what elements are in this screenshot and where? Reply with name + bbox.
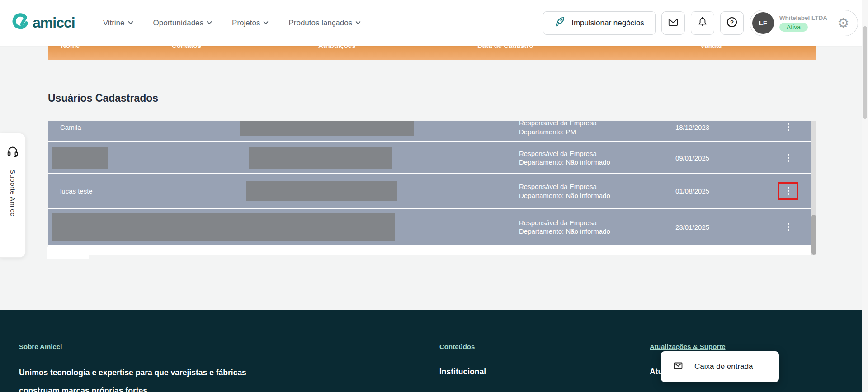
footer-heading-sobre[interactable]: Sobre Amicci (19, 343, 62, 350)
redacted-name-white (47, 247, 89, 259)
nav-item-vitrine[interactable]: Vitrine (103, 19, 132, 28)
redacted-name (52, 147, 108, 169)
footer-tagline-line2: construam marcas próprias fortes. (19, 386, 150, 392)
nav-item-produtos-lancados[interactable]: Produtos lançados (288, 19, 360, 28)
help-icon: ? (726, 16, 738, 30)
user-attribution: Responsável da Empresa Departamento: Não… (519, 218, 610, 236)
registration-date: 09/01/2025 (675, 154, 709, 161)
footer-tagline-line1: Unimos tecnologia e expertise para que v… (19, 368, 246, 378)
chevron-down-icon (207, 19, 212, 24)
nav-item-projetos[interactable]: Projetos (232, 19, 268, 28)
registration-date: 01/08/2025 (675, 187, 709, 195)
svg-text:?: ? (730, 19, 734, 26)
caixa-de-entrada-tooltip[interactable]: Caixa de entrada (661, 351, 779, 382)
inbox-button[interactable] (661, 11, 685, 35)
row-actions-kebab[interactable] (788, 223, 789, 231)
registration-date: 23/01/2025 (675, 223, 709, 231)
avatar: LF (752, 12, 774, 34)
table-scrollbar[interactable] (811, 121, 816, 255)
main-nav: Vitrine Oportunidades Projetos Produtos … (103, 19, 360, 28)
headset-icon (6, 145, 19, 160)
row-actions-kebab[interactable] (788, 123, 789, 131)
table-row: Responsável da Empresa Departamento: Não… (48, 141, 811, 173)
user-name: lucas teste (60, 187, 93, 195)
chevron-down-icon (264, 19, 269, 24)
navbar-actions: Impulsionar negócios ? (543, 10, 858, 36)
page-scrollbar[interactable] (862, 0, 868, 392)
table-row: Responsável da Empresa Departamento: Não… (48, 208, 811, 245)
column-header-validar: Validar (700, 46, 722, 49)
chevron-down-icon (128, 19, 133, 24)
registration-date: 18/12/2023 (675, 123, 709, 131)
row-actions-kebab[interactable] (788, 154, 789, 162)
top-navbar: amicci Vitrine Oportunidades Projetos Pr… (0, 0, 868, 46)
redacted-contact (249, 147, 392, 169)
user-attribution: Responsável da Empresa Departamento: Não… (519, 149, 610, 166)
support-tab-label: Suporte Amicci (9, 170, 17, 218)
user-name: Camila (60, 123, 81, 131)
row-actions-kebab[interactable] (788, 187, 789, 195)
column-header-contatos: Contatos (172, 46, 201, 49)
redacted-contact (246, 181, 397, 201)
row-actions-kebab[interactable] (788, 255, 789, 256)
suporte-amicci-tab[interactable]: Suporte Amicci (0, 133, 26, 258)
amicci-logo-icon (11, 13, 29, 33)
mail-icon (667, 16, 679, 29)
column-header-atribuicoes: Atribuições (318, 46, 356, 49)
table-scrollbar-thumb[interactable] (811, 215, 816, 255)
table-row: Camila Responsável da Empresa Departamen… (48, 121, 811, 141)
footer-link-institucional[interactable]: Institucional (439, 367, 486, 377)
account-menu[interactable]: LF Whitelabel LTDA Ativa ⚙ (750, 10, 858, 36)
column-header-data-cadastro: Data de Cadastro (477, 46, 533, 49)
page-title: Usuários Cadastrados (48, 92, 158, 104)
impulsionar-negocios-button[interactable]: Impulsionar negócios (543, 11, 656, 35)
help-button[interactable]: ? (720, 11, 744, 35)
footer-heading-atualizacoes-suporte[interactable]: Atualizações & Suporte (650, 343, 726, 350)
user-attribution: Responsável da Empresa Departamento: PM (519, 121, 597, 136)
redacted-contact (240, 121, 414, 136)
user-attribution: Colaborador da Empresa (519, 255, 595, 255)
user-attribution: Responsável da Empresa Departamento: Não… (519, 182, 610, 200)
bell-icon (697, 16, 708, 29)
account-status-badge: Ativa (779, 23, 808, 32)
rocket-icon (554, 16, 566, 30)
page-scrollbar-thumb[interactable] (863, 26, 867, 119)
account-company: Whitelabel LTDA (779, 14, 827, 21)
usuarios-cadastrados-table: Camila Responsável da Empresa Departamen… (48, 121, 816, 255)
amicci-logo-text: amicci (33, 14, 75, 31)
table-row: lucas teste Responsável da Empresa Depar… (48, 173, 811, 208)
mail-icon (673, 360, 684, 373)
notifications-button[interactable] (691, 11, 714, 35)
chevron-down-icon (356, 19, 361, 24)
column-header-nome: Nome (61, 46, 80, 49)
footer-heading-conteudos[interactable]: Conteúdos (439, 343, 475, 350)
amicci-logo[interactable]: amicci (11, 13, 75, 33)
redacted-name-contact (52, 213, 395, 241)
nav-item-oportunidades[interactable]: Oportunidades (153, 19, 212, 28)
table-row: Colaborador da Empresa 29/05/2025 (48, 245, 811, 255)
gear-icon[interactable]: ⚙ (837, 16, 849, 30)
tooltip-label: Caixa de entrada (694, 362, 753, 371)
table-header-row: Nome Contatos Atribuições Data de Cadast… (48, 46, 816, 60)
